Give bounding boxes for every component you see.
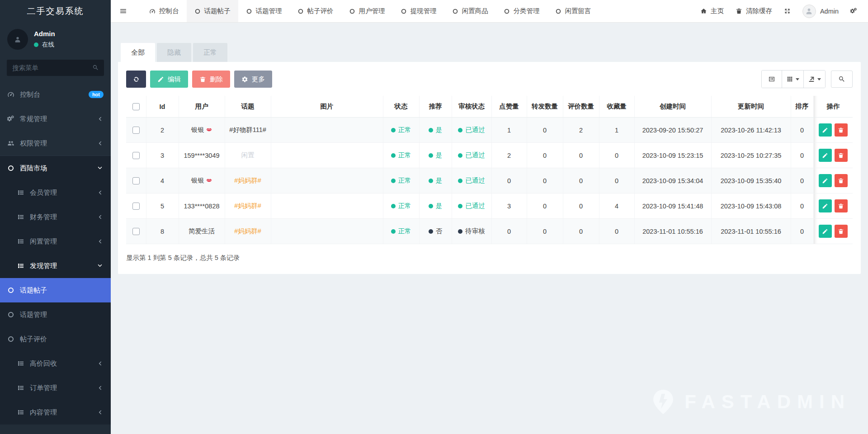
bolt-pin-icon bbox=[649, 388, 677, 416]
delete-row-button[interactable] bbox=[835, 174, 848, 187]
topnav-item-3[interactable]: 帖子评价 bbox=[290, 0, 341, 22]
select-all-checkbox[interactable] bbox=[132, 103, 140, 110]
sidebar-item-1-3[interactable]: 西陆市场 bbox=[0, 156, 111, 180]
cell-updated: 2023-11-01 10:55:16 bbox=[711, 219, 791, 244]
cell-recommend: 是 bbox=[419, 168, 452, 193]
filter-tab-1[interactable]: 隐藏 bbox=[157, 43, 191, 62]
sidebar-item-2-2[interactable]: 闲置管理 bbox=[0, 229, 111, 254]
data-table: Id用户话题图片状态推荐审核状态点赞量转发数量评价数量收藏量创建时间更新时间排序… bbox=[126, 96, 853, 244]
circle-icon bbox=[349, 8, 355, 14]
status-badge: 已通过 bbox=[458, 176, 485, 185]
user-menu[interactable]: Admin bbox=[802, 5, 839, 18]
delete-button[interactable]: 删除 bbox=[192, 71, 230, 88]
cell-sort: 0 bbox=[791, 143, 813, 168]
more-button[interactable]: 更多 bbox=[234, 71, 272, 88]
settings-button[interactable] bbox=[850, 8, 857, 14]
home-link[interactable]: 主页 bbox=[700, 7, 724, 15]
topnav-item-7[interactable]: 分类管理 bbox=[496, 0, 547, 22]
topnav-item-5[interactable]: 提现管理 bbox=[393, 0, 444, 22]
cell-audit: 已通过 bbox=[452, 168, 491, 193]
columns-button[interactable] bbox=[782, 71, 804, 88]
hamburger-icon bbox=[119, 7, 127, 15]
topnav-item-2[interactable]: 话题管理 bbox=[238, 0, 290, 22]
clear-cache-button[interactable]: 清除缓存 bbox=[736, 7, 772, 15]
refresh-button[interactable] bbox=[126, 71, 146, 88]
cell-recommend: 是 bbox=[419, 193, 452, 219]
row-checkbox[interactable] bbox=[132, 152, 140, 159]
user-status-label: 在线 bbox=[42, 41, 54, 49]
row-checkbox[interactable] bbox=[132, 228, 140, 235]
topnav-item-1[interactable]: 话题帖子 bbox=[187, 0, 238, 22]
cell-topic: #妈妈群# bbox=[225, 168, 271, 193]
chevron-left-icon bbox=[96, 360, 104, 367]
cell-forwards: 0 bbox=[527, 143, 563, 168]
chevron-down-icon bbox=[96, 165, 104, 172]
cell-likes: 2 bbox=[491, 143, 527, 168]
cell-comments: 2 bbox=[563, 118, 599, 143]
person-icon bbox=[14, 36, 21, 43]
sidebar-item-label: 帖子评价 bbox=[20, 335, 104, 344]
refresh-icon bbox=[133, 76, 140, 83]
delete-row-button[interactable] bbox=[835, 123, 848, 137]
menu-search-input[interactable] bbox=[7, 60, 104, 76]
cell-audit: 已通过 bbox=[452, 118, 491, 143]
gear-icon bbox=[241, 76, 248, 83]
sidebar-item-2-5[interactable]: 订单管理 bbox=[0, 376, 111, 400]
export-button[interactable] bbox=[804, 71, 825, 88]
content-area: 全部隐藏正常 编辑 删除 更多 bbox=[111, 23, 868, 434]
clear-cache-label: 清除缓存 bbox=[746, 7, 772, 15]
cogs-icon bbox=[7, 115, 14, 123]
sidebar-item-1-0[interactable]: 控制台hot bbox=[0, 82, 111, 107]
row-checkbox[interactable] bbox=[132, 127, 140, 134]
edit-row-button[interactable] bbox=[819, 174, 832, 187]
dashboard-icon bbox=[7, 91, 14, 98]
topnav-item-6[interactable]: 闲置商品 bbox=[444, 0, 496, 22]
sidebar-item-2-6[interactable]: 内容管理 bbox=[0, 400, 111, 425]
row-checkbox[interactable] bbox=[132, 203, 140, 210]
column-header-13: 排序 bbox=[791, 96, 813, 118]
person-icon bbox=[805, 7, 813, 15]
status-dot-icon bbox=[429, 204, 433, 208]
chevron-left-icon bbox=[96, 140, 104, 147]
cell-user: 银银 bbox=[179, 118, 225, 143]
sidebar-item-3-2[interactable]: 帖子评价 bbox=[0, 327, 111, 351]
pagination-summary: 显示第 1 到第 5 条记录，总共 5 条记录 bbox=[126, 244, 853, 262]
sidebar-toggle-button[interactable] bbox=[111, 0, 135, 22]
column-header-14: 操作 bbox=[813, 96, 853, 118]
sidebar-item-1-1[interactable]: 常规管理 bbox=[0, 107, 111, 131]
cell-image bbox=[271, 118, 383, 143]
sidebar-item-2-1[interactable]: 财务管理 bbox=[0, 205, 111, 229]
delete-row-button[interactable] bbox=[835, 225, 848, 238]
toggle-view-button[interactable] bbox=[762, 71, 782, 88]
edit-row-button[interactable] bbox=[819, 199, 832, 212]
sidebar-item-3-0[interactable]: 话题帖子 bbox=[0, 278, 111, 302]
status-badge: 是 bbox=[429, 176, 443, 185]
status-badge: 是 bbox=[429, 126, 443, 134]
sidebar-item-1-2[interactable]: 权限管理 bbox=[0, 131, 111, 156]
edit-row-button[interactable] bbox=[819, 149, 832, 162]
filter-tab-2[interactable]: 正常 bbox=[193, 43, 227, 62]
topnav-item-0[interactable]: 控制台 bbox=[142, 0, 187, 22]
topnav-item-4[interactable]: 用户管理 bbox=[341, 0, 393, 22]
circle-icon bbox=[7, 335, 14, 343]
delete-row-button[interactable] bbox=[835, 199, 848, 212]
fullscreen-button[interactable] bbox=[784, 8, 791, 14]
edit-row-button[interactable] bbox=[819, 123, 832, 137]
table-header-row: Id用户话题图片状态推荐审核状态点赞量转发数量评价数量收藏量创建时间更新时间排序… bbox=[126, 96, 853, 118]
edit-button[interactable]: 编辑 bbox=[150, 71, 188, 88]
table-search-button[interactable] bbox=[831, 71, 853, 88]
topnav-item-8[interactable]: 闲置留言 bbox=[547, 0, 599, 22]
user-panel: Admin 在线 bbox=[0, 23, 111, 55]
filter-tab-0[interactable]: 全部 bbox=[121, 43, 155, 62]
edit-row-button[interactable] bbox=[819, 225, 832, 238]
sidebar-item-2-4[interactable]: 高价回收 bbox=[0, 351, 111, 376]
delete-row-button[interactable] bbox=[835, 149, 848, 162]
sidebar-item-2-3[interactable]: 发现管理 bbox=[0, 254, 111, 278]
cell-audit: 已通过 bbox=[452, 193, 491, 219]
sidebar-item-3-1[interactable]: 话题管理 bbox=[0, 302, 111, 327]
status-dot-icon bbox=[458, 153, 462, 158]
cell-topic: #妈妈群# bbox=[225, 219, 271, 244]
sidebar-item-2-0[interactable]: 会员管理 bbox=[0, 180, 111, 205]
row-checkbox[interactable] bbox=[132, 177, 140, 184]
chevron-left-icon bbox=[96, 115, 104, 123]
